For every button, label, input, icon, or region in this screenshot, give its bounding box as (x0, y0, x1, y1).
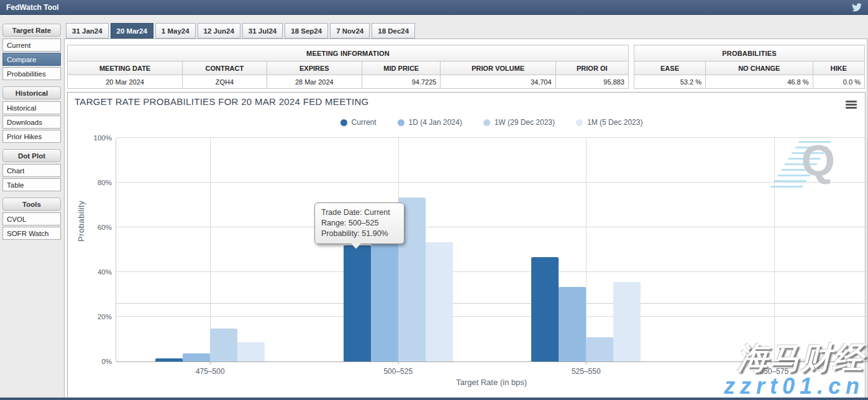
meeting-info-value-meeting-date: 20 Mar 2024 (68, 75, 183, 89)
sidebar-section-dot-plot: Dot Plot (2, 149, 61, 162)
tooltip-probability: Probability: 51.90% (321, 229, 398, 239)
legend-label: 1M (5 Dec 2023) (587, 118, 642, 127)
bar-1m-5-dec-2023-525-550[interactable] (613, 282, 641, 361)
bar-1m-5-dec-2023-475-500[interactable] (237, 342, 265, 361)
meeting-info-value-contract: ZQH4 (183, 75, 267, 89)
sidebar-item-sofr-watch[interactable]: SOFR Watch (2, 227, 61, 240)
gridline-h-20 (116, 316, 868, 317)
sidebar-item-cvol[interactable]: CVOL (2, 212, 61, 225)
probabilities-value-no-change: 46.8 % (706, 75, 813, 89)
sidebar-item-downloads[interactable]: Downloads (2, 116, 61, 129)
legend-dot-1m-5-dec-2023 (576, 119, 583, 126)
meeting-info-col-contract: CONTRACT (183, 61, 267, 75)
plot-area: 0%20%40%60%80%100%475–500500–525525–5505… (116, 138, 867, 361)
sidebar-item-prior-hikes[interactable]: Prior Hikes (2, 130, 61, 143)
legend-label: 1W (29 Dec 2023) (495, 118, 555, 127)
meeting-tabs: 31 Jan2420 Mar241 May2412 Jun2431 Jul241… (66, 23, 417, 39)
x-tick-label: 475–500 (196, 367, 225, 376)
probabilities-col-hike: HIKE (813, 61, 865, 75)
gridline-h-80 (116, 182, 868, 183)
bar-1m-5-dec-2023-500-525[interactable] (426, 242, 453, 361)
meeting-info-col-mid-price: MID PRICE (362, 61, 441, 75)
app-header: FedWatch Tool (0, 0, 868, 15)
sidebar-section-historical: Historical (2, 86, 61, 99)
x-axis-title: Target Rate (in bps) (116, 378, 867, 387)
legend-item-1d-4-jan-2024[interactable]: 1D (4 Jan 2024) (398, 118, 462, 127)
chart-panel: TARGET RATE PROBABILITIES FOR 20 MAR 202… (67, 92, 866, 398)
quikstrike-logo-watermark: Q (788, 137, 835, 188)
tab-7-nov24[interactable]: 7 Nov24 (330, 23, 370, 39)
meeting-info-value-prior-volume: 34,704 (441, 75, 555, 89)
sidebar-item-compare[interactable]: Compare (2, 53, 61, 66)
probabilities-table: PROBABILITIESEASENO CHANGEHIKE53.2 %46.8… (634, 45, 865, 89)
tab-31-jan24[interactable]: 31 Jan24 (66, 23, 109, 39)
fedwatch-tool-app: FedWatch Tool Target RateCurrentCompareP… (0, 0, 868, 400)
chart-legend: Current1D (4 Jan 2024)1W (29 Dec 2023)1M… (116, 118, 867, 127)
gridline-h-100 (116, 137, 868, 138)
meeting-info-col-prior-volume: PRIOR VOLUME (441, 61, 555, 75)
legend-item-1m-5-dec-2023[interactable]: 1M (5 Dec 2023) (576, 118, 642, 127)
bar-current-475-500[interactable] (155, 358, 183, 361)
legend-item-current[interactable]: Current (340, 118, 377, 127)
tab-18-sep24[interactable]: 18 Sep24 (285, 23, 328, 39)
x-tick-mark (210, 361, 211, 365)
gridline-h-0 (116, 361, 868, 362)
gridline-v (774, 138, 775, 361)
sidebar-item-probabilities[interactable]: Probabilities (2, 67, 61, 80)
x-tick-mark (774, 361, 775, 365)
bar-current-525-550[interactable] (531, 257, 559, 361)
tab-1-may24[interactable]: 1 May24 (155, 23, 196, 39)
sidebar-item-table[interactable]: Table (2, 178, 61, 191)
hamburger-menu-icon[interactable] (846, 101, 857, 109)
legend-label: 1D (4 Jan 2024) (409, 118, 462, 127)
gridline-h-60 (116, 227, 868, 227)
y-tick-label: 80% (98, 179, 112, 186)
y-tick-label: 20% (98, 313, 112, 320)
content-panel: MEETING INFORMATIONMEETING DATECONTRACTE… (64, 39, 867, 398)
probabilities-col-no-change: NO CHANGE (706, 61, 813, 75)
sidebar: Target RateCurrentCompareProbabilitiesHi… (2, 24, 61, 246)
sidebar-item-chart[interactable]: Chart (2, 164, 61, 177)
meeting-info-title: MEETING INFORMATION (68, 45, 629, 61)
legend-item-1w-29-dec-2023[interactable]: 1W (29 Dec 2023) (483, 118, 555, 127)
app-title: FedWatch Tool (6, 3, 59, 12)
y-tick-label: 40% (98, 268, 112, 276)
bottom-bar (0, 398, 868, 400)
bar-1d-4-jan-2024-500-525[interactable] (371, 244, 398, 361)
hover-crosshair-line (116, 303, 868, 304)
sidebar-item-historical[interactable]: Historical (2, 101, 61, 114)
meeting-info-col-meeting-date: MEETING DATE (68, 61, 183, 75)
y-tick-label: 60% (98, 224, 112, 231)
meeting-info-value-mid-price: 94.7225 (362, 75, 441, 89)
meeting-info-value-expires: 28 Mar 2024 (267, 75, 362, 89)
tab-20-mar24[interactable]: 20 Mar24 (111, 23, 153, 39)
tab-12-jun24[interactable]: 12 Jun24 (198, 23, 240, 39)
x-tick-label: 550–575 (759, 367, 788, 376)
sidebar-section-tools: Tools (2, 198, 61, 211)
tab-31-jul24[interactable]: 31 Jul24 (242, 23, 283, 39)
twitter-icon[interactable] (852, 3, 862, 12)
x-tick-label: 500–525 (383, 367, 413, 376)
probabilities-value-ease: 53.2 % (634, 75, 706, 89)
bar-1w-29-dec-2023-525-550[interactable] (586, 337, 613, 361)
sidebar-item-current[interactable]: Current (2, 39, 61, 52)
gridline-h-40 (116, 271, 868, 272)
y-tick-label: 100% (94, 134, 112, 142)
legend-dot-current (340, 119, 347, 126)
probabilities-title: PROBABILITIES (634, 45, 865, 61)
probabilities-col-ease: EASE (634, 61, 706, 75)
bar-current-500-525[interactable] (344, 245, 371, 361)
tab-18-dec24[interactable]: 18 Dec24 (372, 23, 415, 39)
meeting-info-value-prior-oi: 95,883 (555, 75, 628, 89)
legend-dot-1w-29-dec-2023 (483, 119, 490, 126)
legend-label: Current (352, 118, 377, 127)
bar-1d-4-jan-2024-475-500[interactable] (183, 353, 210, 361)
bar-1w-29-dec-2023-475-500[interactable] (210, 329, 237, 361)
probabilities-value-hike: 0.0 % (813, 75, 865, 89)
x-tick-label: 525–550 (572, 367, 601, 376)
meeting-info-table: MEETING INFORMATIONMEETING DATECONTRACTE… (67, 45, 629, 89)
bar-1m-5-dec-2023-550-575[interactable] (802, 360, 829, 361)
x-tick-mark (398, 361, 399, 365)
bar-1w-29-dec-2023-550-575[interactable] (774, 361, 802, 361)
bar-1d-4-jan-2024-525-550[interactable] (559, 287, 586, 361)
